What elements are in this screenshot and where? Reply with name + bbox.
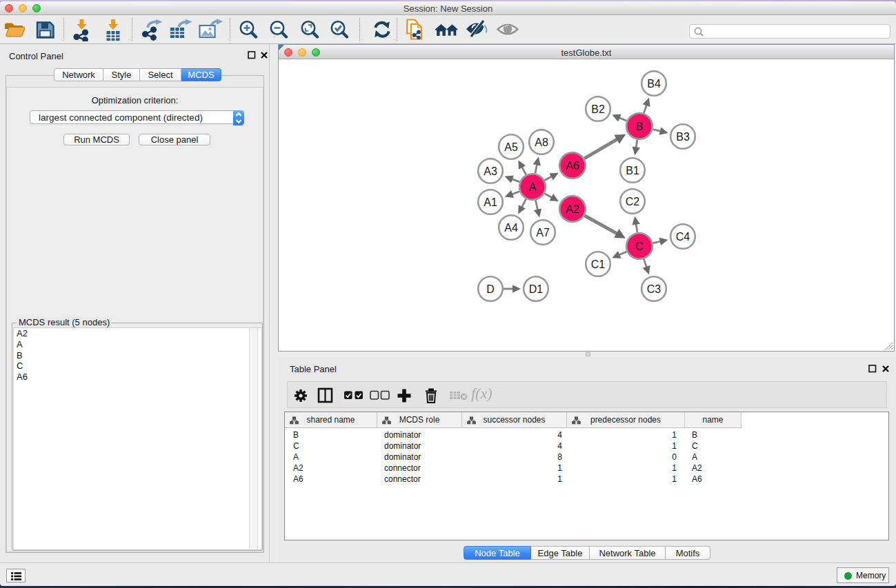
svg-text:B1: B1	[626, 165, 639, 176]
svg-text:A1: A1	[484, 196, 497, 208]
svg-text:B: B	[636, 121, 644, 132]
svg-text:A: A	[529, 181, 537, 193]
svg-text:A6: A6	[566, 160, 579, 172]
svg-text:B2: B2	[591, 103, 605, 115]
svg-text:C: C	[635, 241, 644, 252]
svg-text:A5: A5	[504, 141, 518, 153]
svg-text:D1: D1	[529, 283, 544, 295]
svg-text:D: D	[486, 283, 495, 295]
svg-text:A8: A8	[535, 136, 548, 148]
svg-text:A2: A2	[566, 203, 579, 215]
svg-text:B4: B4	[647, 78, 661, 90]
svg-text:A4: A4	[504, 222, 518, 234]
svg-text:A3: A3	[484, 165, 497, 177]
svg-text:A7: A7	[536, 227, 550, 239]
svg-text:C2: C2	[626, 196, 640, 207]
svg-text:C4: C4	[676, 231, 690, 243]
svg-text:C3: C3	[647, 283, 661, 295]
svg-text:B3: B3	[676, 131, 690, 143]
svg-text:C1: C1	[591, 258, 606, 270]
